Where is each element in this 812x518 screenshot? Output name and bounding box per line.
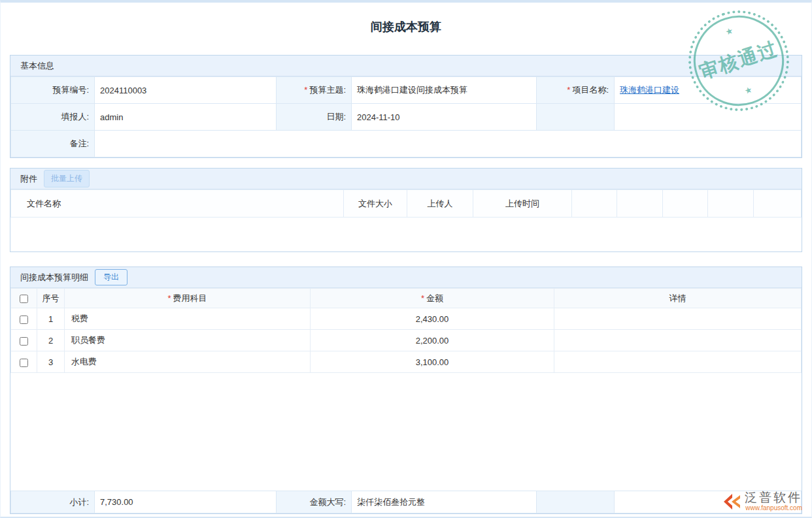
basic-info-section-header: 基本信息	[10, 56, 802, 76]
row-expense-subject: 税费	[65, 308, 311, 330]
table-row: 2 职员餐费 2,200.00	[11, 330, 802, 351]
amount-words-label: 金额大写:	[277, 491, 352, 513]
field-value: 珠海鹤港口建设间接成本预算	[357, 85, 467, 95]
required-icon: *	[421, 293, 424, 303]
budget-no-label: 预算编号:	[11, 77, 95, 104]
field-label: 预算主题:	[309, 85, 346, 95]
row-detail	[554, 351, 802, 373]
table-row: 文件名称 文件大小 上传人 上传时间	[11, 190, 802, 218]
required-icon: *	[567, 85, 570, 95]
brand-watermark: 泛普软件 www.fanpusoft.com	[722, 491, 802, 511]
details-empty-area	[10, 373, 802, 491]
col-header-empty	[663, 190, 708, 218]
row-expense-subject: 水电费	[65, 351, 311, 373]
required-icon: *	[167, 293, 171, 303]
date-label: 日期:	[277, 104, 352, 131]
fanpu-logo-icon	[722, 493, 741, 510]
remark-label: 备注:	[11, 131, 95, 157]
attachments-section: 附件 批量上传 文件名称 文件大小 上传人 上传时间	[10, 168, 802, 252]
col-header-detail: 详情	[554, 289, 802, 308]
field-label: 项目名称:	[572, 85, 609, 95]
subtotal-value: 7,730.00	[95, 491, 277, 513]
col-header-empty	[572, 190, 617, 218]
page-title: 间接成本预算	[1, 3, 811, 37]
details-table: 序号 *费用科目 *金额 详情 1 税费 2,43	[10, 288, 802, 373]
table-row: 预算编号: 2024110003 *预算主题: 珠海鹤港口建设间接成本预算 *项…	[11, 77, 802, 104]
budget-no-value: 2024110003	[95, 77, 277, 104]
field-label: 日期:	[326, 112, 346, 121]
row-checkbox-cell	[11, 351, 37, 373]
brand-text-block: 泛普软件 www.fanpusoft.com	[745, 491, 802, 511]
col-header-empty	[708, 190, 754, 218]
row-checkbox[interactable]	[20, 337, 28, 346]
attachments-section-title: 附件	[20, 173, 37, 185]
row-no: 3	[37, 351, 65, 373]
attachments-section-header: 附件 批量上传	[10, 169, 802, 189]
row-no: 2	[37, 330, 65, 351]
col-header-empty	[617, 190, 663, 218]
empty-label-cell	[537, 104, 615, 131]
subtotal-label: 小计:	[11, 491, 95, 513]
field-value: 2024110003	[100, 86, 146, 95]
row-checkbox-cell	[11, 330, 37, 351]
field-label: 备注:	[69, 138, 89, 148]
field-value: 2024-11-10	[357, 112, 400, 122]
attachments-empty-body	[10, 218, 802, 251]
brand-name: 泛普软件	[745, 491, 802, 504]
row-amount: 2,200.00	[311, 330, 554, 351]
attachments-table-header: 文件名称 文件大小 上传人 上传时间	[10, 189, 802, 218]
basic-info-section-title: 基本信息	[20, 60, 54, 72]
row-detail	[554, 330, 802, 351]
remark-value	[95, 131, 802, 157]
col-header-label: 金额	[426, 293, 443, 303]
col-header-file-size: 文件大小	[344, 190, 407, 218]
basic-info-section: 基本信息 预算编号: 2024110003 *预算主题: 珠海鹤港口建设间接成本…	[10, 55, 802, 158]
row-expense-subject: 职员餐费	[65, 330, 311, 351]
col-header-file-name: 文件名称	[11, 190, 344, 218]
required-icon: *	[304, 85, 307, 95]
row-checkbox[interactable]	[20, 316, 28, 324]
table-row: 填报人: admin 日期: 2024-11-10	[11, 104, 802, 131]
col-header-amount: *金额	[311, 289, 554, 308]
details-footer-table: 小计: 7,730.00 金额大写: 柒仟柒佰叁拾元整	[10, 491, 802, 513]
amount-words-value: 柒仟柒佰叁拾元整	[352, 491, 537, 513]
export-button[interactable]: 导出	[95, 269, 127, 285]
field-value: admin	[100, 112, 123, 122]
select-all-cell	[11, 289, 37, 308]
row-checkbox[interactable]	[20, 359, 28, 367]
details-header-row: 序号 *费用科目 *金额 详情	[11, 289, 802, 308]
brand-url: www.fanpusoft.com	[745, 504, 802, 511]
filler-value: admin	[95, 104, 277, 131]
row-amount: 2,430.00	[311, 308, 554, 330]
col-header-upload-time: 上传时间	[473, 190, 572, 218]
basic-info-table: 预算编号: 2024110003 *预算主题: 珠海鹤港口建设间接成本预算 *项…	[10, 76, 802, 157]
empty-value-cell	[615, 104, 802, 131]
details-footer-row: 小计: 7,730.00 金额大写: 柒仟柒佰叁拾元整	[11, 491, 802, 513]
col-header-no: 序号	[37, 289, 65, 308]
project-name-label: *项目名称:	[537, 77, 615, 104]
table-row: 1 税费 2,430.00	[11, 308, 802, 330]
col-header-uploader: 上传人	[407, 190, 473, 218]
row-amount: 3,100.00	[311, 351, 554, 373]
field-label: 填报人:	[61, 112, 89, 121]
select-all-checkbox[interactable]	[20, 295, 28, 303]
table-row: 备注:	[11, 131, 802, 157]
filler-label: 填报人:	[11, 104, 95, 131]
col-header-label: 费用科目	[173, 293, 207, 303]
details-section-header: 间接成本预算明细 导出	[10, 267, 802, 288]
row-detail	[554, 308, 802, 330]
col-header-empty	[754, 190, 802, 218]
details-section: 间接成本预算明细 导出 序号 *费用科目 *金额	[10, 267, 802, 514]
col-header-expense-subject: *费用科目	[65, 289, 311, 308]
row-no: 1	[37, 308, 65, 330]
details-section-title: 间接成本预算明细	[20, 272, 88, 283]
project-name-value: 珠海鹤港口建设	[615, 77, 802, 104]
budget-subject-value: 珠海鹤港口建设间接成本预算	[352, 77, 537, 104]
field-label: 预算编号:	[52, 85, 89, 95]
date-value: 2024-11-10	[352, 104, 537, 131]
footer-empty-label-cell	[537, 491, 615, 513]
budget-subject-label: *预算主题:	[277, 77, 352, 104]
project-name-link[interactable]: 珠海鹤港口建设	[620, 85, 679, 95]
batch-upload-button[interactable]: 批量上传	[44, 170, 90, 187]
row-checkbox-cell	[11, 308, 37, 330]
